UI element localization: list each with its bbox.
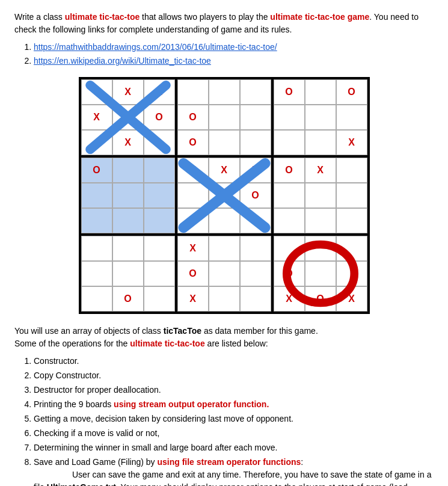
x-mark: X — [156, 85, 162, 99]
sub-cell-5-1: X — [305, 158, 336, 183]
sub-cell-1-1 — [209, 79, 240, 105]
x-mark: X — [124, 135, 131, 150]
sub-cell-8-4 — [305, 261, 336, 286]
sub-cell-1-2 — [240, 79, 271, 105]
sub-cell-7-4 — [209, 261, 240, 286]
o-mark: O — [251, 188, 259, 203]
x-mark: X — [348, 292, 355, 306]
sub-cell-2-2: O — [336, 79, 367, 105]
sub-board-7: XOX — [176, 235, 272, 313]
sub-cell-2-7 — [305, 130, 336, 155]
link-item-2: https://en.wikipedia.org/wiki/Ultimate_t… — [34, 55, 434, 67]
sub-cell-4-0: X — [177, 158, 209, 183]
sub-cell-4-1: X — [209, 158, 240, 183]
sub-cell-3-8 — [144, 208, 175, 233]
sub-cell-0-8 — [144, 130, 175, 155]
x-mark: X — [124, 85, 131, 99]
sub-cell-7-1 — [209, 236, 240, 261]
o-mark: O — [93, 85, 100, 99]
sub-cell-3-1 — [112, 158, 144, 183]
sub-cell-0-6 — [81, 130, 112, 155]
operations-list: Constructor. Copy Constructor. Destructo… — [34, 355, 434, 486]
sub-board-6: O — [80, 235, 176, 313]
sub-cell-8-7: O — [305, 286, 336, 312]
o-mark: O — [285, 85, 292, 99]
sub-cell-0-2: X — [144, 79, 175, 105]
x-mark: X — [221, 163, 227, 177]
link-1[interactable]: https://mathwithbaddrawings.com/2013/06/… — [34, 42, 277, 52]
sub-cell-1-3: O — [177, 105, 209, 130]
sub-cell-7-3: O — [177, 261, 209, 286]
sub-cell-7-2 — [240, 236, 271, 261]
sub-cell-6-6 — [81, 286, 112, 312]
x-mark: X — [348, 135, 355, 150]
sub-cell-2-0: O — [274, 79, 305, 105]
sub-cell-1-8 — [240, 130, 271, 155]
sub-cell-3-4 — [112, 183, 144, 208]
o-mark: O — [189, 266, 196, 281]
sub-cell-3-5 — [144, 183, 175, 208]
sub-cell-4-5: O — [240, 183, 271, 208]
sub-cell-3-6 — [81, 208, 112, 233]
sub-cell-7-7 — [209, 286, 240, 312]
description-paragraph: You will use an array of objects of clas… — [14, 325, 434, 350]
sub-cell-3-3 — [81, 183, 112, 208]
class-name-highlight: ultimate tic-tac-toe — [65, 12, 140, 22]
sub-cell-6-2 — [144, 236, 175, 261]
sub-cell-6-4 — [112, 261, 144, 286]
game-ref: ultimate tic-tac-toe — [130, 339, 204, 348]
sub-cell-5-7 — [305, 208, 336, 233]
sub-cell-2-3 — [274, 105, 305, 130]
x-mark: X — [189, 163, 196, 177]
op-8: Save and Load Game (Filing) by using fil… — [34, 456, 434, 486]
op-4: Printing the 9 boards using stream outpu… — [34, 398, 434, 411]
sub-cell-5-0: O — [274, 158, 305, 183]
o-mark: O — [189, 135, 196, 150]
sub-board-5: OX — [272, 156, 369, 235]
sub-cell-0-7: X — [112, 130, 144, 155]
o-mark: O — [155, 110, 162, 125]
x-mark: X — [286, 292, 292, 306]
links-list: https://mathwithbaddrawings.com/2013/06/… — [34, 41, 434, 67]
sub-cell-4-3 — [177, 183, 209, 208]
sub-cell-2-6 — [274, 130, 305, 155]
sub-cell-2-8: X — [336, 130, 367, 155]
o-mark: O — [189, 110, 196, 125]
op-5: Getting a move, decision taken by consid… — [34, 413, 434, 425]
x-mark: X — [93, 110, 100, 125]
sub-board-8: OXOX — [272, 235, 369, 313]
file-name: UltimateGame.txt — [47, 482, 116, 486]
sub-cell-8-0 — [274, 236, 305, 261]
sub-cell-7-5 — [240, 261, 271, 286]
sub-board-1: OO — [176, 78, 272, 156]
o-mark: O — [93, 163, 100, 177]
sub-cell-1-7 — [209, 130, 240, 155]
sub-cell-6-7: O — [112, 286, 144, 312]
sub-cell-5-3 — [274, 183, 305, 208]
intro-paragraph: Write a class ultimate tic-tac-toe that … — [14, 11, 434, 36]
sub-cell-2-1 — [305, 79, 336, 105]
o-mark: O — [348, 85, 355, 99]
x-mark: X — [317, 163, 324, 177]
op-8-sub: User can save the game and exit at any t… — [34, 470, 431, 486]
sub-cell-7-0: X — [177, 236, 209, 261]
link-2[interactable]: https://en.wikipedia.org/wiki/Ultimate_t… — [34, 56, 211, 66]
sub-cell-1-4 — [209, 105, 240, 130]
sub-board-0: OXXXOX — [80, 78, 176, 156]
o-mark: O — [285, 266, 292, 281]
sub-cell-6-3 — [81, 261, 112, 286]
sub-cell-0-1: X — [112, 79, 144, 105]
mega-grid: OXXXOX OOOOXOXXXO OXOXOXOXOX — [79, 77, 370, 314]
sub-cell-6-0 — [81, 236, 112, 261]
op-1: Constructor. — [34, 355, 434, 368]
sub-cell-2-4 — [305, 105, 336, 130]
game-name-highlight: ultimate tic-tac-toe game — [270, 12, 369, 22]
sub-cell-8-5 — [336, 261, 367, 286]
sub-cell-4-7 — [209, 208, 240, 233]
op-4-highlight: using stream output operator function. — [114, 399, 269, 409]
sub-cell-8-6: X — [274, 286, 305, 312]
sub-cell-4-4 — [209, 183, 240, 208]
sub-cell-5-8 — [336, 208, 367, 233]
sub-cell-1-0 — [177, 79, 209, 105]
sub-cell-3-2 — [144, 158, 175, 183]
